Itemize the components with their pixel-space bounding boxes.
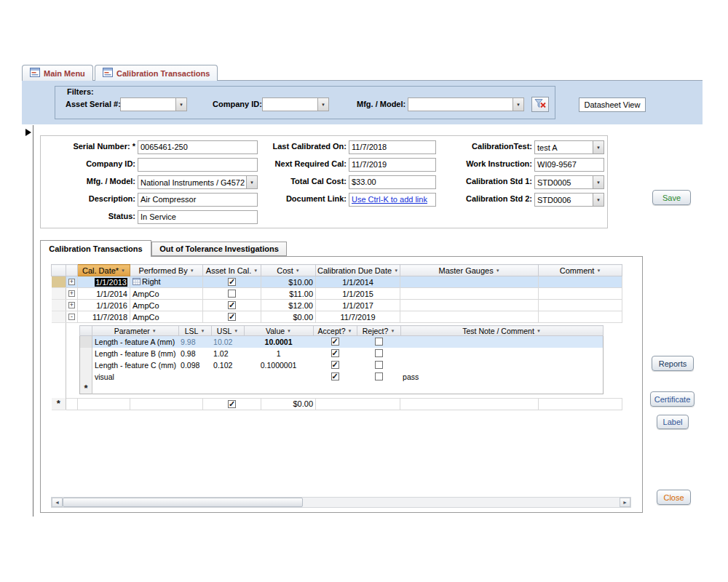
- company-id-input[interactable]: [138, 158, 258, 172]
- filter-arrow-icon[interactable]: ▼: [496, 268, 500, 273]
- comment-cell[interactable]: [539, 300, 622, 311]
- reject-cell[interactable]: [357, 371, 400, 383]
- subtab-calibration-transactions[interactable]: Calibration Transactions: [40, 240, 151, 257]
- cost-cell[interactable]: $0.00: [261, 311, 316, 323]
- chevron-down-icon[interactable]: ▼: [513, 98, 523, 111]
- calibration-std2-combo[interactable]: STD0006 ▼: [534, 193, 604, 207]
- asset-in-cal-checkbox[interactable]: [228, 290, 236, 298]
- accept-cell[interactable]: [313, 359, 357, 371]
- cal-date-cell[interactable]: [78, 398, 130, 410]
- value-cell[interactable]: 10.0001: [244, 336, 313, 348]
- accept-cell[interactable]: [313, 336, 357, 348]
- value-cell[interactable]: 0.1000001: [244, 359, 313, 371]
- asset-in-cal-cell[interactable]: [203, 288, 261, 300]
- lsl-cell[interactable]: [178, 383, 211, 394]
- usl-cell[interactable]: 0.102: [211, 359, 244, 371]
- expand-toggle[interactable]: -: [68, 314, 75, 320]
- save-button[interactable]: Save: [652, 190, 691, 205]
- description-input[interactable]: Air Compressor: [138, 193, 258, 207]
- asset-in-cal-cell[interactable]: [203, 398, 261, 410]
- cost-cell[interactable]: $0.00: [261, 398, 316, 410]
- horizontal-scrollbar[interactable]: ◄ ►: [51, 497, 631, 508]
- calibration-test-combo[interactable]: test A ▼: [534, 140, 604, 154]
- reject-checkbox[interactable]: [375, 349, 383, 357]
- column-header-accept[interactable]: Accept?▼: [313, 326, 357, 336]
- due-date-cell[interactable]: 1/1/2014: [316, 276, 400, 288]
- master-gauges-cell[interactable]: [400, 300, 539, 311]
- comment-cell[interactable]: [539, 288, 622, 300]
- expand-cell[interactable]: +: [66, 288, 78, 300]
- select-all-corner[interactable]: [52, 265, 66, 276]
- performed-by-cell[interactable]: AmpCo: [130, 288, 203, 300]
- due-date-cell[interactable]: 1/1/2017: [316, 300, 400, 311]
- chevron-down-icon[interactable]: ▼: [593, 176, 604, 188]
- expand-cell[interactable]: +: [66, 276, 78, 288]
- reject-cell[interactable]: [357, 348, 400, 359]
- asset-in-cal-checkbox[interactable]: [228, 313, 236, 321]
- master-gauges-cell[interactable]: [400, 288, 539, 300]
- test-note-cell[interactable]: [400, 348, 603, 359]
- document-link-field[interactable]: Use Ctrl-K to add link: [349, 193, 436, 207]
- datasheet-view-button[interactable]: Datasheet View: [579, 97, 646, 112]
- filter-arrow-icon[interactable]: ▼: [296, 268, 300, 273]
- filter-arrow-icon[interactable]: ▼: [537, 329, 541, 333]
- serial-number-input[interactable]: 0065461-250: [138, 140, 258, 154]
- accept-checkbox[interactable]: [331, 338, 339, 346]
- column-header-performed-by[interactable]: Performed By▼: [130, 265, 203, 276]
- asset-in-cal-cell[interactable]: [203, 300, 261, 311]
- filter-arrow-icon[interactable]: ▼: [394, 268, 398, 273]
- column-header-reject[interactable]: Reject?▼: [357, 326, 400, 336]
- column-header-lsl[interactable]: LSL▼: [178, 326, 211, 336]
- column-header-usl[interactable]: USL▼: [211, 326, 244, 336]
- accept-checkbox[interactable]: [331, 372, 339, 380]
- subtab-out-of-tolerance-investigations[interactable]: Out of Tolerance Investigations: [151, 242, 287, 256]
- asset-in-cal-checkbox[interactable]: [228, 400, 236, 408]
- reports-button[interactable]: Reports: [652, 356, 694, 371]
- parameter-cell[interactable]: Length - feature A (mm): [92, 336, 179, 348]
- last-calibrated-input[interactable]: 11/7/2018: [349, 140, 436, 154]
- cost-cell[interactable]: $10.00: [261, 276, 316, 288]
- test-note-cell[interactable]: [400, 383, 603, 394]
- row-selector[interactable]: [52, 300, 66, 311]
- column-header-asset-in-cal[interactable]: Asset In Cal.▼: [203, 265, 261, 276]
- column-header-master-gauges[interactable]: Master Gauges▼: [400, 265, 539, 276]
- column-header-cal-date[interactable]: Cal. Date*▼: [78, 265, 130, 276]
- scroll-thumb[interactable]: [63, 498, 303, 507]
- column-header-value[interactable]: Value▼: [244, 326, 313, 336]
- filter-arrow-icon[interactable]: ▼: [390, 329, 395, 333]
- expand-cell[interactable]: +: [66, 300, 78, 311]
- lsl-cell[interactable]: 9.98: [178, 336, 211, 348]
- cost-cell[interactable]: $11.00: [261, 288, 316, 300]
- value-cell[interactable]: [244, 371, 313, 383]
- cal-date-cell[interactable]: 1/1/2016: [78, 300, 130, 311]
- cal-date-cell[interactable]: 11/7/2018: [78, 311, 130, 323]
- column-header-comment[interactable]: Comment▼: [539, 265, 622, 276]
- filter-arrow-icon[interactable]: ▼: [200, 329, 205, 333]
- scroll-left-button[interactable]: ◄: [52, 498, 63, 507]
- asset-serial-combo[interactable]: ▼: [120, 97, 187, 111]
- filter-arrow-icon[interactable]: ▼: [234, 329, 238, 333]
- company-id-combo[interactable]: ▼: [262, 97, 329, 111]
- label-button[interactable]: Label: [657, 415, 689, 429]
- column-header-test-note[interactable]: Test Note / Comment▼: [400, 326, 603, 336]
- row-selector[interactable]: [52, 276, 66, 288]
- sub-select-all-corner[interactable]: [80, 326, 92, 336]
- due-date-cell[interactable]: 11/7/2019: [316, 311, 400, 323]
- chevron-down-icon[interactable]: ▼: [175, 98, 186, 111]
- master-gauges-cell[interactable]: [400, 276, 539, 288]
- asset-in-cal-checkbox[interactable]: [228, 301, 236, 309]
- work-instruction-input[interactable]: WI09-9567: [534, 158, 604, 172]
- filter-arrow-icon[interactable]: ▼: [253, 268, 258, 273]
- add-link-hyperlink[interactable]: Use Ctrl-K to add link: [352, 195, 427, 204]
- chevron-down-icon[interactable]: ▼: [593, 194, 604, 206]
- comment-cell[interactable]: [539, 311, 622, 323]
- master-gauges-cell[interactable]: [400, 398, 539, 410]
- tab-main-menu[interactable]: Main Menu: [22, 65, 93, 81]
- lsl-cell[interactable]: 0.98: [178, 348, 211, 359]
- test-note-cell[interactable]: pass: [400, 371, 603, 383]
- tab-calibration-transactions[interactable]: Calibration Transactions: [95, 65, 218, 81]
- due-date-cell[interactable]: 1/1/2015: [316, 288, 400, 300]
- reject-cell[interactable]: [357, 359, 400, 371]
- filter-arrow-icon[interactable]: ▼: [348, 329, 352, 333]
- reject-checkbox[interactable]: [375, 372, 383, 380]
